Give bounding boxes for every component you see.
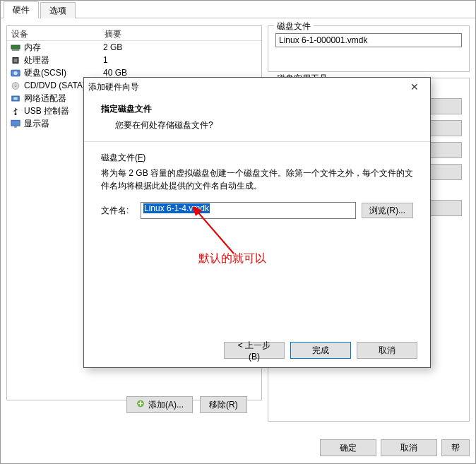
help-button[interactable]: 帮 bbox=[441, 439, 470, 456]
browse-button[interactable]: 浏览(R)... bbox=[362, 203, 413, 218]
device-summary: 1 bbox=[103, 55, 261, 65]
ok-button[interactable]: 确定 bbox=[320, 439, 376, 456]
wizard-description: 将为每 2 GB 容量的虚拟磁盘创建一个磁盘文件。除第一个文件之外，每个文件的文… bbox=[101, 167, 413, 192]
tab-hardware[interactable]: 硬件 bbox=[4, 1, 39, 18]
close-icon: ✕ bbox=[410, 81, 419, 93]
wizard-title: 添加硬件向导 bbox=[88, 81, 139, 93]
wizard-cancel-button[interactable]: 取消 bbox=[357, 342, 417, 359]
device-summary: 40 GB bbox=[103, 68, 261, 78]
filename-input[interactable]: Linux 6-1-4.vmdk bbox=[141, 202, 356, 219]
memory-icon bbox=[10, 42, 21, 52]
svg-point-5 bbox=[13, 71, 17, 74]
disk-file-group-title: 磁盘文件 bbox=[274, 20, 314, 32]
add-hardware-wizard: 添加硬件向导 ✕ 指定磁盘文件 您要在何处存储磁盘文件? 磁盘文件(F) 将为每… bbox=[83, 77, 431, 368]
device-name: 处理器 bbox=[24, 54, 103, 66]
device-summary: 2 GB bbox=[103, 42, 261, 52]
device-name: 内存 bbox=[24, 42, 103, 54]
add-icon bbox=[136, 399, 145, 410]
disk-file-field[interactable] bbox=[275, 33, 462, 47]
svg-rect-1 bbox=[12, 49, 20, 51]
finish-button[interactable]: 完成 bbox=[290, 342, 351, 359]
svg-point-7 bbox=[15, 85, 16, 86]
device-row[interactable]: 内存2 GB bbox=[7, 41, 261, 54]
svg-rect-12 bbox=[14, 126, 17, 128]
wizard-close-button[interactable]: ✕ bbox=[403, 79, 426, 95]
back-button[interactable]: < 上一步(B) bbox=[224, 342, 285, 359]
svg-point-10 bbox=[14, 112, 16, 114]
filename-label: 文件名: bbox=[101, 205, 135, 217]
disk-icon bbox=[10, 68, 21, 78]
svg-rect-11 bbox=[11, 120, 20, 126]
svg-rect-0 bbox=[11, 45, 20, 49]
disk-file-group: 磁盘文件 bbox=[268, 25, 470, 72]
remove-hardware-button[interactable]: 移除(R) bbox=[200, 396, 247, 413]
tab-options[interactable]: 选项 bbox=[40, 2, 76, 18]
device-header-name: 设备 bbox=[7, 26, 100, 40]
add-hardware-label: 添加(A)... bbox=[148, 399, 184, 411]
annotation-text: 默认的就可以 bbox=[198, 251, 266, 266]
cd-icon bbox=[10, 81, 21, 90]
device-row[interactable]: 处理器1 bbox=[7, 54, 261, 66]
cancel-button[interactable]: 取消 bbox=[381, 439, 437, 456]
display-icon bbox=[10, 119, 21, 129]
disk-file-section-label: 磁盘文件(F) bbox=[101, 152, 413, 164]
wizard-step-title: 指定磁盘文件 bbox=[101, 103, 413, 115]
nic-icon bbox=[10, 93, 21, 103]
add-hardware-button[interactable]: 添加(A)... bbox=[126, 396, 193, 413]
wizard-step-subtitle: 您要在何处存储磁盘文件? bbox=[115, 119, 413, 131]
cpu-icon bbox=[10, 55, 21, 65]
device-header-summary: 摘要 bbox=[100, 26, 126, 40]
svg-rect-3 bbox=[14, 59, 18, 62]
svg-rect-9 bbox=[13, 97, 17, 100]
usb-icon bbox=[10, 106, 21, 116]
